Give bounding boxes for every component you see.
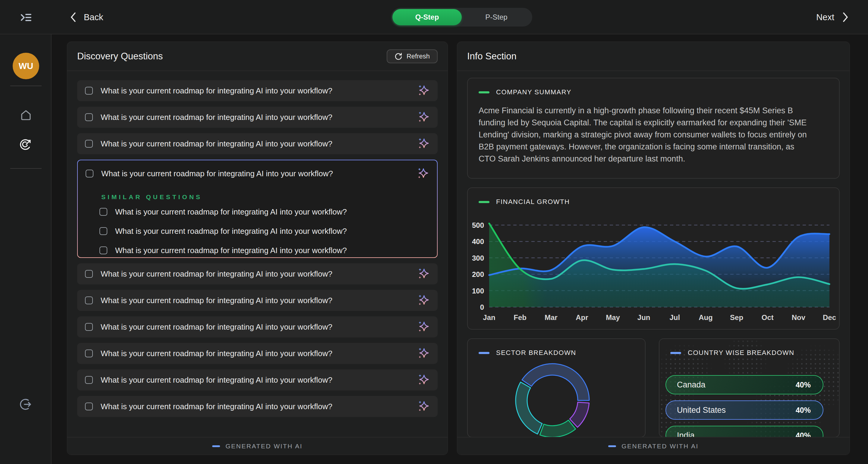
svg-text:100: 100	[472, 287, 484, 295]
question-checkbox[interactable]	[85, 349, 93, 357]
next-button[interactable]: Next	[816, 0, 849, 34]
svg-text:Feb: Feb	[514, 313, 527, 321]
similar-question-row[interactable]: What is your current roadmap for integra…	[99, 223, 429, 239]
avatar[interactable]: WU	[13, 53, 39, 79]
question-row[interactable]: What is your current roadmap for integra…	[77, 133, 438, 154]
question-row[interactable]: What is your current roadmap for integra…	[77, 316, 438, 337]
question-checkbox[interactable]	[85, 113, 93, 121]
question-row[interactable]: What is your current roadmap for integra…	[77, 290, 438, 311]
discovery-footer: GENERATED WITH AI	[67, 437, 447, 455]
question-checkbox[interactable]	[85, 297, 93, 304]
donut-segment-purple	[569, 402, 589, 427]
company-summary-label: COMPANY SUMMARY	[496, 88, 571, 96]
financial-growth-label: FINANCIAL GROWTH	[496, 198, 569, 206]
country-value: 40%	[796, 406, 811, 414]
sparkle-icon[interactable]	[417, 268, 430, 280]
sidebar-divider	[10, 168, 41, 169]
similar-question-row[interactable]: What is your current roadmap for integra…	[99, 242, 429, 258]
country-pill-Canada: Canada 40%	[665, 375, 824, 394]
donut-segment-blue	[522, 364, 589, 400]
refresh-label: Refresh	[407, 53, 430, 60]
refresh-button[interactable]: Refresh	[387, 50, 438, 63]
question-checkbox[interactable]	[85, 87, 93, 95]
donut-segment-teal	[516, 382, 542, 434]
similar-question-text: What is your current roadmap for integra…	[115, 226, 429, 236]
country-pill-list: Canada 40% United States 40% India 40%	[665, 375, 824, 437]
sidebar-collapse-icon[interactable]	[19, 10, 33, 24]
question-text: What is your current roadmap for integra…	[101, 139, 409, 149]
question-row[interactable]: What is your current roadmap for integra…	[77, 343, 438, 364]
question-checkbox[interactable]	[85, 323, 93, 331]
question-checkbox[interactable]	[99, 227, 107, 235]
sparkle-icon[interactable]	[417, 400, 430, 413]
discovery-questions-panel: Discovery Questions Refresh What is your…	[67, 41, 448, 455]
info-footer: GENERATED WITH AI	[457, 437, 849, 455]
svg-text:300: 300	[472, 254, 484, 262]
similar-question-row[interactable]: What is your current roadmap for integra…	[99, 204, 429, 220]
question-text: What is your current roadmap for integra…	[101, 402, 409, 411]
logout-icon[interactable]	[19, 397, 33, 411]
question-text: What is your current roadmap for integra…	[101, 349, 409, 358]
chevron-right-icon	[842, 12, 849, 23]
question-checkbox[interactable]	[99, 208, 107, 216]
country-name: United States	[677, 406, 726, 415]
company-summary-text: Acme Financial is currently in a high-gr…	[478, 104, 809, 165]
svg-text:Aug: Aug	[699, 313, 713, 321]
sparkle-icon[interactable]	[416, 167, 429, 180]
country-pill-United States: United States 40%	[665, 400, 824, 420]
discovery-header: Discovery Questions Refresh	[67, 42, 447, 71]
sparkle-icon[interactable]	[417, 111, 430, 124]
question-checkbox[interactable]	[85, 403, 93, 410]
country-name: Canada	[677, 380, 706, 390]
sector-breakdown-card: SECTOR BREAKDOWN	[467, 338, 646, 437]
back-label: Back	[84, 12, 103, 22]
question-checkbox[interactable]	[85, 270, 93, 278]
sector-dash-icon	[478, 352, 490, 354]
question-row[interactable]: What is your current roadmap for integra…	[77, 263, 438, 284]
sparkle-icon[interactable]	[417, 320, 430, 333]
info-title: Info Section	[467, 51, 517, 62]
sector-breakdown-label: SECTOR BREAKDOWN	[496, 349, 576, 357]
svg-text:Mar: Mar	[545, 313, 558, 321]
sparkle-icon[interactable]	[417, 137, 430, 150]
company-summary-card: COMPANY SUMMARY Acme Financial is curren…	[467, 78, 840, 179]
question-checkbox[interactable]	[85, 376, 93, 384]
step-tab-P-Step[interactable]: P-Step	[462, 9, 531, 25]
info-header: Info Section	[457, 42, 849, 71]
question-row[interactable]: What is your current roadmap for integra…	[77, 107, 438, 128]
home-icon[interactable]	[19, 108, 33, 122]
question-checkbox[interactable]	[99, 246, 107, 254]
sidebar: WU	[0, 0, 52, 464]
question-list: What is your current roadmap for integra…	[67, 71, 447, 417]
similar-question-text: What is your current roadmap for integra…	[115, 246, 429, 255]
sparkle-icon[interactable]	[417, 294, 430, 307]
ai-dash-icon	[608, 445, 616, 447]
next-label: Next	[816, 12, 834, 22]
svg-text:May: May	[606, 313, 620, 321]
page-title: Discovery Questions	[77, 51, 163, 62]
question-row-expanded[interactable]: What is your current roadmap for integra…	[77, 160, 438, 258]
question-row[interactable]: What is your current roadmap for integra…	[77, 369, 438, 391]
question-text: What is your current roadmap for integra…	[101, 322, 409, 332]
question-row[interactable]: What is your current roadmap for integra…	[77, 396, 438, 417]
country-breakdown-label: COUNTRY WISE BREAKDOWN	[688, 349, 795, 357]
question-checkbox[interactable]	[86, 169, 93, 178]
goal-icon[interactable]	[19, 137, 33, 151]
svg-text:Jul: Jul	[670, 313, 680, 321]
chevron-left-icon	[70, 12, 76, 23]
question-checkbox[interactable]	[85, 140, 93, 148]
sparkle-icon[interactable]	[417, 84, 430, 97]
svg-text:Jun: Jun	[638, 313, 650, 321]
generated-with-ai-label: GENERATED WITH AI	[225, 443, 303, 450]
back-button[interactable]: Back	[70, 0, 103, 34]
similar-question-text: What is your current roadmap for integra…	[115, 207, 429, 217]
sparkle-icon[interactable]	[417, 374, 430, 386]
similar-questions-label: SIMILAR QUESTIONS	[101, 193, 429, 201]
sparkle-icon[interactable]	[417, 347, 430, 360]
question-row[interactable]: What is your current roadmap for integra…	[77, 80, 438, 101]
step-tab-Q-Step[interactable]: Q-Step	[393, 9, 462, 25]
svg-text:200: 200	[472, 270, 484, 278]
financial-growth-chart: 0100200300400500JanFebMarAprMayJunJulAug…	[468, 188, 841, 330]
svg-text:400: 400	[472, 238, 484, 246]
country-value: 40%	[796, 380, 811, 389]
